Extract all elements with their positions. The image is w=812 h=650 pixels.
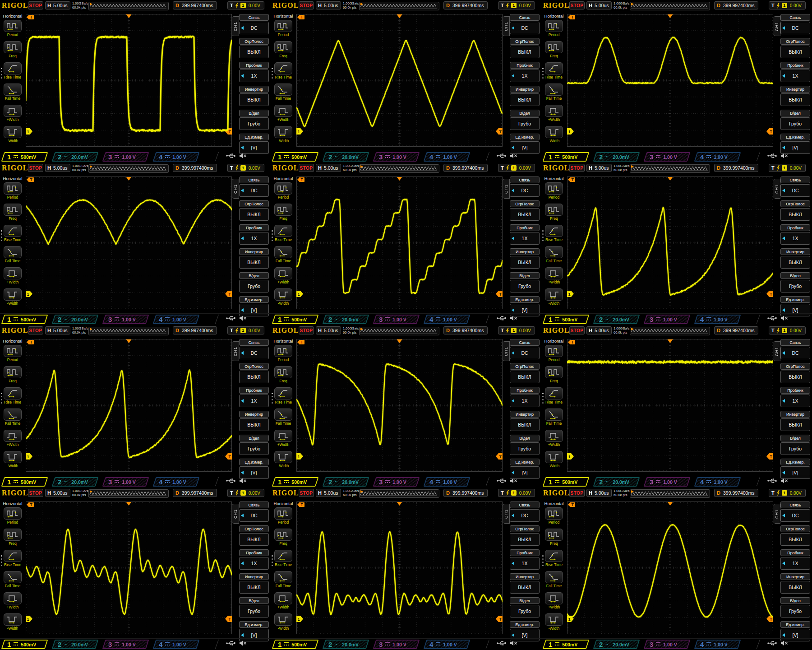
measure-button[interactable] — [4, 267, 22, 279]
softkey-button[interactable]: Грубо — [780, 442, 810, 455]
measure-button[interactable] — [274, 225, 292, 237]
sidebar-item--width[interactable]: -Width — [271, 288, 296, 306]
sidebar-item--width[interactable]: -Width — [541, 288, 567, 306]
measure-button[interactable] — [545, 409, 563, 421]
softkey-button[interactable]: 1X — [239, 70, 269, 82]
sidebar-item-period[interactable]: Period — [541, 182, 567, 200]
tab-ch1[interactable]: CH1 — [503, 16, 510, 36]
softkey-button[interactable]: ВЫКЛ — [780, 418, 810, 431]
channel-2-chip[interactable]: 2~20.0mV — [324, 152, 368, 162]
softkey-button[interactable]: ВЫКЛ — [510, 533, 540, 546]
tab-ch1[interactable]: CH1 — [232, 341, 239, 361]
sidebar-item-fall-time[interactable]: Fall Time — [271, 409, 296, 426]
measure-button[interactable] — [545, 366, 563, 378]
softkey-button[interactable]: ВЫКЛ — [780, 371, 810, 383]
sidebar-item-period[interactable]: Period — [0, 345, 25, 362]
sidebar-item-rise-time[interactable]: Rise Time — [271, 225, 296, 242]
measure-button[interactable] — [274, 613, 292, 626]
sidebar-item--width[interactable]: +Width — [541, 105, 567, 122]
softkey-button[interactable]: Грубо — [510, 605, 540, 618]
sidebar-item-freq[interactable]: Freq — [541, 366, 567, 383]
channel-3-chip[interactable]: 31.00 V — [104, 640, 148, 649]
sidebar-item-freq[interactable]: Freq — [541, 204, 567, 221]
measure-button[interactable] — [545, 451, 563, 463]
channel-1-chip[interactable]: 1500mV — [544, 477, 588, 487]
channel-1-chip[interactable]: 1500mV — [3, 152, 46, 162]
measure-button[interactable] — [274, 571, 292, 583]
softkey-button[interactable]: 1X — [510, 70, 540, 82]
sidebar-item-freq[interactable]: Freq — [271, 366, 296, 383]
channel-4-chip[interactable]: 41.00 V — [696, 477, 739, 487]
measure-button[interactable] — [274, 105, 292, 117]
channel-2-chip[interactable]: 2~20.0mV — [324, 477, 368, 487]
sidebar-item-period[interactable]: Period — [541, 20, 567, 37]
softkey-button[interactable]: ВЫКЛ — [239, 581, 269, 594]
measure-button[interactable] — [4, 592, 22, 604]
measure-button[interactable] — [4, 225, 22, 237]
sidebar-item--width[interactable]: -Width — [541, 126, 567, 143]
measure-button[interactable] — [4, 529, 22, 541]
softkey-button[interactable]: Грубо — [780, 280, 810, 292]
sidebar-item-fall-time[interactable]: Fall Time — [271, 246, 296, 263]
sidebar-item-freq[interactable]: Freq — [271, 41, 296, 58]
measure-button[interactable] — [274, 246, 292, 258]
sidebar-item-freq[interactable]: Freq — [0, 41, 25, 58]
sidebar-item--width[interactable]: +Width — [271, 105, 296, 122]
channel-3-chip[interactable]: 31.00 V — [104, 152, 148, 162]
measure-button[interactable] — [4, 430, 22, 442]
sidebar-item-fall-time[interactable]: Fall Time — [271, 84, 296, 101]
sidebar-item--width[interactable]: -Width — [271, 613, 296, 631]
channel-1-chip[interactable]: 1500mV — [544, 152, 588, 162]
measure-button[interactable] — [4, 409, 22, 421]
sidebar-item-freq[interactable]: Freq — [0, 366, 25, 383]
softkey-button[interactable]: ВЫКЛ — [239, 371, 269, 383]
sidebar-item--width[interactable]: +Width — [271, 267, 296, 284]
softkey-button[interactable]: ВЫКЛ — [239, 533, 269, 546]
channel-2-chip[interactable]: 2~20.0mV — [53, 640, 97, 649]
softkey-button[interactable]: DC — [780, 184, 810, 197]
softkey-button[interactable]: Грубо — [780, 117, 810, 130]
softkey-button[interactable]: DC — [239, 347, 269, 359]
channel-1-chip[interactable]: 1500mV — [273, 152, 317, 162]
sidebar-item-rise-time[interactable]: Rise Time — [271, 62, 296, 79]
sidebar-item--width[interactable]: -Width — [0, 451, 25, 468]
measure-button[interactable] — [4, 345, 22, 357]
channel-2-chip[interactable]: 2~20.0mV — [53, 477, 97, 487]
sidebar-item-rise-time[interactable]: Rise Time — [541, 550, 567, 567]
softkey-button[interactable]: ВЫКЛ — [239, 208, 269, 221]
softkey-button[interactable]: DC — [780, 347, 810, 359]
measure-button[interactable] — [4, 387, 22, 399]
sidebar-item--width[interactable]: +Width — [0, 430, 25, 447]
channel-2-chip[interactable]: 2~20.0mV — [595, 315, 638, 324]
channel-4-chip[interactable]: 41.00 V — [425, 315, 469, 324]
sidebar-item--width[interactable]: -Width — [271, 451, 296, 468]
channel-4-chip[interactable]: 41.00 V — [425, 477, 469, 487]
softkey-button[interactable]: Грубо — [780, 605, 810, 618]
measure-button[interactable] — [545, 529, 563, 541]
channel-3-chip[interactable]: 31.00 V — [645, 477, 689, 487]
measure-button[interactable] — [4, 204, 22, 216]
sidebar-item--width[interactable]: -Width — [0, 288, 25, 306]
channel-4-chip[interactable]: 41.00 V — [154, 315, 198, 324]
softkey-button[interactable]: ВЫКЛ — [239, 418, 269, 431]
softkey-button[interactable]: ВЫКЛ — [780, 533, 810, 546]
tab-ch1[interactable]: CH1 — [773, 504, 780, 524]
measure-button[interactable] — [4, 550, 22, 562]
channel-1-chip[interactable]: 1500mV — [3, 315, 46, 324]
softkey-button[interactable]: ВЫКЛ — [510, 418, 540, 431]
measure-button[interactable] — [545, 62, 563, 74]
sidebar-item-freq[interactable]: Freq — [541, 41, 567, 58]
channel-1-chip[interactable]: 1500mV — [273, 640, 317, 649]
channel-3-chip[interactable]: 31.00 V — [374, 640, 418, 649]
softkey-button[interactable]: Грубо — [510, 117, 540, 130]
sidebar-item-rise-time[interactable]: Rise Time — [541, 225, 567, 242]
measure-button[interactable] — [545, 571, 563, 583]
tab-ch1[interactable]: CH1 — [773, 179, 780, 199]
channel-4-chip[interactable]: 41.00 V — [425, 152, 469, 162]
softkey-button[interactable]: DC — [239, 22, 269, 34]
measure-button[interactable] — [545, 507, 563, 520]
softkey-button[interactable]: DC — [239, 184, 269, 197]
measure-button[interactable] — [274, 430, 292, 442]
measure-button[interactable] — [545, 84, 563, 96]
channel-1-chip[interactable]: 1500mV — [273, 315, 317, 324]
